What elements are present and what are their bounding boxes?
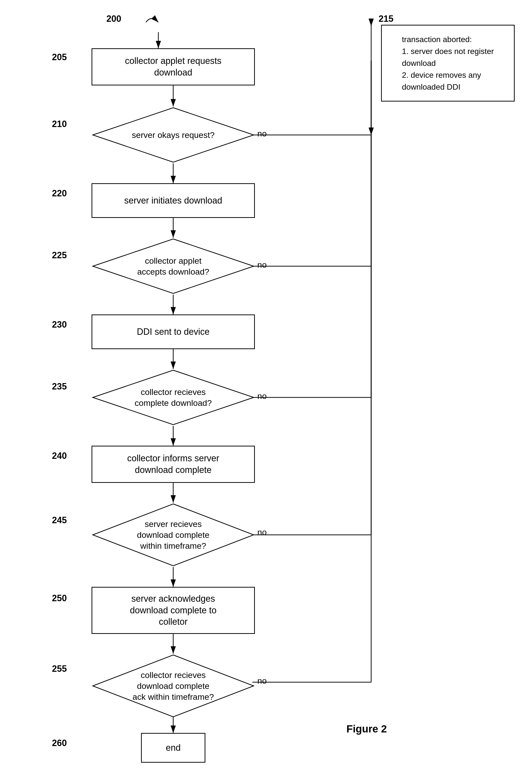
step-230-text: DDI sent to device — [137, 326, 210, 338]
step-235-label: 235 — [52, 381, 67, 392]
no-label-235: no — [257, 391, 267, 401]
step-210-diamond: server okays request? — [91, 107, 255, 165]
step-205-box: collector applet requestsdownload — [91, 48, 255, 85]
step-260-text: end — [166, 742, 181, 754]
svg-marker-27 — [93, 655, 254, 717]
svg-marker-23 — [93, 108, 254, 162]
step-245-label: 245 — [52, 515, 67, 526]
step-260-label: 260 — [52, 738, 67, 748]
step-220-label: 220 — [52, 188, 67, 198]
figure-label: Figure 2 — [346, 723, 387, 735]
step-230-label: 230 — [52, 319, 67, 330]
step-240-label: 240 — [52, 451, 67, 461]
step-255-diamond: collector recievesdownload completeack w… — [91, 654, 255, 719]
no-label-210: no — [257, 129, 267, 138]
no-label-245: no — [257, 527, 267, 537]
start-label: 200 — [107, 14, 121, 24]
step-230-box: DDI sent to device — [91, 314, 255, 349]
no-label-225: no — [257, 260, 267, 269]
step-240-box: collector informs serverdownload complet… — [91, 446, 255, 483]
step-255-label: 255 — [52, 664, 67, 674]
step-235-diamond: collector recievescomplete download? — [91, 369, 255, 427]
step-220-box: server initiates download — [91, 183, 255, 218]
step-240-text: collector informs serverdownload complet… — [127, 453, 219, 476]
step-215-label: 215 — [379, 14, 393, 24]
step-205-label: 205 — [52, 52, 67, 62]
step-225-label: 225 — [52, 250, 67, 260]
abort-text: transaction aborted:1. server does not r… — [402, 34, 494, 93]
step-220-text: server initiates download — [124, 195, 222, 206]
step-210-label: 210 — [52, 119, 67, 129]
step-245-diamond: server recievesdownload completewithin t… — [91, 503, 255, 568]
abort-box: transaction aborted:1. server does not r… — [381, 25, 515, 102]
svg-marker-24 — [93, 239, 254, 293]
svg-marker-25 — [93, 370, 254, 425]
step-260-box: end — [141, 733, 205, 763]
step-225-diamond: collector appletaccepts download? — [91, 238, 255, 296]
flowchart-arrows — [0, 0, 532, 779]
step-250-box: server acknowledgesdownload complete toc… — [91, 587, 255, 634]
no-label-255: no — [257, 676, 267, 686]
step-205-text: collector applet requestsdownload — [125, 55, 221, 78]
step-250-label: 250 — [52, 593, 67, 603]
step-250-text: server acknowledgesdownload complete toc… — [130, 593, 216, 628]
svg-marker-26 — [93, 504, 254, 566]
diagram-container: 200 215 transaction aborted:1. server do… — [0, 0, 532, 779]
